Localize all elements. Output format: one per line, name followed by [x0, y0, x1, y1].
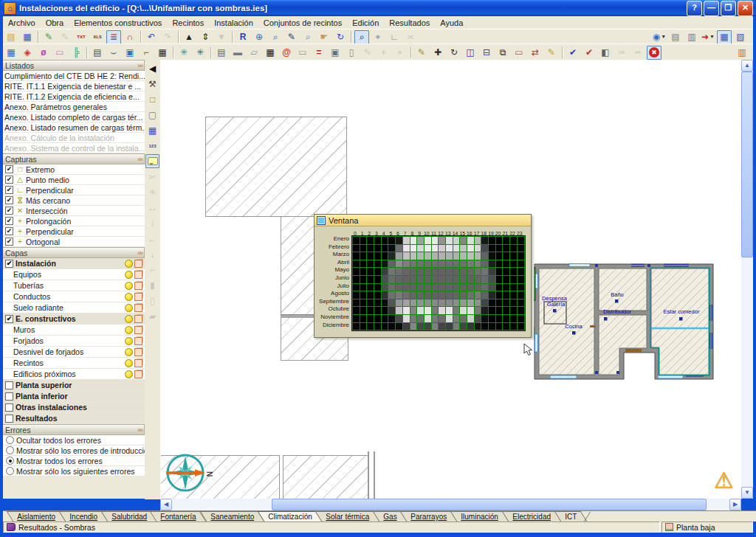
- configuration-button[interactable]: ⚒: [145, 77, 159, 91]
- zoom-extents-button[interactable]: ⊕: [252, 30, 267, 44]
- window-layout-button[interactable]: ▦: [717, 30, 732, 44]
- checkbox[interactable]: ✔: [5, 207, 13, 215]
- checkbox[interactable]: ✔: [5, 260, 13, 268]
- capa-layer[interactable]: Conductos: [3, 291, 145, 302]
- boiler-button[interactable]: ▬: [230, 46, 245, 60]
- layer-3d-icon[interactable]: [134, 282, 142, 290]
- warning-icon[interactable]: ⚠: [714, 467, 734, 493]
- listado-item[interactable]: Anexo. Listado resumen de cargas térm...: [3, 122, 145, 133]
- layer-visible-icon[interactable]: [125, 304, 133, 312]
- checkbox[interactable]: ✔: [5, 176, 13, 184]
- pipe-diameter-button[interactable]: ø: [36, 46, 51, 60]
- checkbox[interactable]: ✔: [5, 186, 13, 194]
- grille-button[interactable]: ▦: [155, 46, 170, 60]
- layer-visible-icon[interactable]: [125, 282, 133, 290]
- export-txt-button[interactable]: TXT: [74, 30, 89, 44]
- radio-button[interactable]: [6, 436, 14, 444]
- error-option[interactable]: Mostrar todos los errores: [3, 456, 145, 466]
- captura-item[interactable]: ✔⋈Más cercano: [3, 195, 145, 206]
- mirror-y-button[interactable]: ⊟: [479, 46, 494, 60]
- scroll-up-button[interactable]: ▲: [741, 60, 753, 72]
- capturas-section-header[interactable]: Capturas »»: [3, 153, 145, 164]
- reassign-button[interactable]: ⇄: [528, 46, 543, 60]
- zones-button[interactable]: ▭: [52, 46, 67, 60]
- title-bar[interactable]: ⌂ Instalaciones del edificio - [Q:\...\U…: [0, 0, 756, 16]
- check-query-button[interactable]: ✔: [582, 46, 597, 60]
- search-button[interactable]: ⌕: [354, 30, 369, 44]
- chevron-down-icon[interactable]: »»: [137, 426, 142, 434]
- machinery-button[interactable]: ▤: [90, 46, 105, 60]
- layer-visible-icon[interactable]: [125, 337, 133, 345]
- captura-item[interactable]: ✔□Extremo: [3, 164, 145, 175]
- minimize-button[interactable]: —: [704, 1, 719, 16]
- edit-element-button[interactable]: ✎: [414, 46, 429, 60]
- capa-layer[interactable]: Suelo radiante: [3, 302, 145, 313]
- close-button[interactable]: ✕: [738, 1, 753, 16]
- rotate-button[interactable]: ↻: [447, 46, 461, 60]
- comment-button[interactable]: [145, 154, 159, 168]
- checkbox[interactable]: ✔: [5, 217, 13, 225]
- listings-button[interactable]: ≣: [106, 30, 121, 44]
- capa-check[interactable]: Planta superior: [3, 380, 145, 391]
- capa-layer[interactable]: Equipos: [3, 269, 145, 280]
- scroll-down-button[interactable]: ▼: [741, 487, 753, 499]
- save-button[interactable]: ▦: [20, 30, 35, 44]
- dropdown-arrow-icon[interactable]: ▼: [661, 31, 666, 43]
- collapse-panel-button[interactable]: ◀: [145, 61, 159, 75]
- update-results-button[interactable]: ▥: [735, 46, 749, 60]
- pan-button[interactable]: ☛: [317, 30, 331, 44]
- collectors-button[interactable]: ╠: [69, 46, 83, 60]
- redraw-button[interactable]: ✎: [284, 30, 299, 44]
- grayscale-view-button[interactable]: ◧: [598, 46, 613, 60]
- radiator-button[interactable]: ▦: [263, 46, 278, 60]
- print-button[interactable]: ▤: [668, 30, 683, 44]
- checkbox[interactable]: [5, 415, 13, 423]
- capa-check[interactable]: Resultados: [3, 413, 145, 424]
- captura-item[interactable]: ✔+Ortogonal: [3, 237, 145, 247]
- listado-item[interactable]: RITE. IT.1.1 Exigencia de bienestar e ..…: [3, 81, 145, 91]
- sheet-button[interactable]: ▯: [344, 46, 359, 60]
- layer-visible-icon[interactable]: [125, 271, 133, 279]
- capa-layer[interactable]: Forjados: [3, 336, 145, 347]
- listados-section-header[interactable]: Listados »»: [3, 60, 145, 71]
- checkbox[interactable]: [5, 381, 13, 389]
- layer-visible-icon[interactable]: [125, 326, 133, 334]
- tab-solar-térmica[interactable]: Solar térmica: [315, 511, 380, 522]
- listado-item[interactable]: RITE. IT.1.2 Exigencia de eficiencia e..…: [3, 91, 145, 102]
- menu-instalación[interactable]: Instalación: [209, 18, 258, 28]
- checkbox[interactable]: ✔: [5, 238, 13, 246]
- print-preview-button[interactable]: ▥: [684, 30, 699, 44]
- ortho-button[interactable]: ∟: [387, 30, 402, 44]
- menu-obra[interactable]: Obra: [41, 18, 69, 28]
- horizontal-scroll-thumb[interactable]: [272, 499, 707, 510]
- listado-item[interactable]: Cumplimiento del CTE DB HE 2: Rendi...: [3, 71, 145, 81]
- edit-area-button[interactable]: □: [145, 92, 159, 106]
- layer-visible-icon[interactable]: [125, 260, 133, 268]
- radio-button[interactable]: [6, 446, 14, 454]
- captura-item[interactable]: ✔✕Intersección: [3, 206, 145, 216]
- errores-section-header[interactable]: Errores »»: [3, 424, 145, 435]
- listado-item[interactable]: Anexo. Parámetros generales: [3, 102, 145, 112]
- layer-visible-icon[interactable]: [125, 359, 133, 367]
- checkbox[interactable]: ✔: [5, 315, 13, 323]
- checkbox[interactable]: ✔: [5, 227, 13, 235]
- menu-resultados[interactable]: Resultados: [384, 18, 435, 28]
- error-option[interactable]: Ocultar todos los errores: [3, 435, 145, 446]
- copy-button[interactable]: ⧉: [495, 46, 510, 60]
- radio-button[interactable]: [6, 467, 14, 475]
- layer-visible-icon[interactable]: [125, 315, 133, 323]
- vertical-scroll-thumb[interactable]: [741, 72, 753, 257]
- tab-climatización[interactable]: Climatización: [257, 511, 322, 522]
- equipment-3d-button[interactable]: ▱: [247, 46, 261, 60]
- current-plant-segment[interactable]: Planta baja: [662, 522, 753, 533]
- open-project-button[interactable]: ▤: [4, 30, 18, 44]
- menu-ayuda[interactable]: Ayuda: [435, 18, 468, 28]
- air-handler-button[interactable]: ✳: [193, 46, 207, 60]
- menu-elementos-constructivos[interactable]: Elementos constructivos: [69, 18, 167, 28]
- drain-button[interactable]: ⌐: [139, 46, 154, 60]
- layer-3d-icon[interactable]: [134, 304, 142, 312]
- checkbox[interactable]: ✔: [5, 196, 13, 204]
- tab-fontanería[interactable]: Fontanería: [150, 511, 207, 522]
- layer-3d-icon[interactable]: [134, 337, 142, 345]
- capa-layer[interactable]: Edificios próximos: [3, 369, 145, 380]
